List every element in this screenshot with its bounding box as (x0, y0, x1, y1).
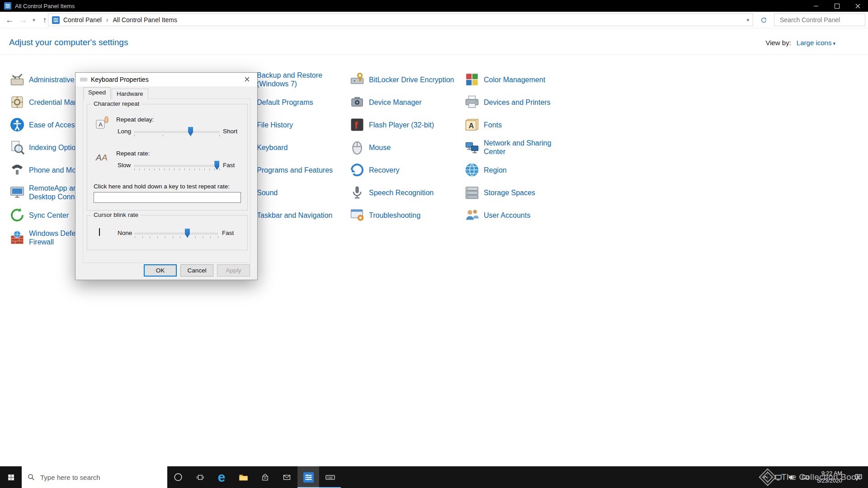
control-panel-item[interactable]: Region (464, 159, 558, 181)
slider-tick (139, 169, 140, 170)
control-panel-column: Color ManagementDevices and PrintersAFon… (464, 68, 558, 226)
cancel-button[interactable]: Cancel (180, 264, 213, 277)
control-panel-item[interactable]: Color Management (464, 68, 558, 91)
recovery-icon (349, 162, 365, 178)
address-bar[interactable]: Control Panel All Control Panel Items (48, 14, 753, 26)
recent-pages-chevron-icon[interactable]: ▾ (30, 13, 38, 27)
indexing-options-icon (9, 139, 25, 155)
show-hidden-icons-button[interactable] (760, 466, 771, 488)
maximize-button[interactable] (826, 0, 847, 12)
device-manager-icon (349, 94, 365, 110)
cursor-blink-min-label: None (118, 230, 132, 236)
close-icon (245, 77, 250, 82)
clock[interactable]: 9:22 AM 5/23/2020 (812, 466, 849, 488)
control-panel-item[interactable]: Device Manager (349, 91, 468, 113)
slider-tick (214, 169, 215, 170)
cortana-button[interactable] (167, 466, 189, 488)
slider-tick (174, 169, 175, 170)
repeat-delay-slider-thumb[interactable] (188, 127, 193, 136)
apply-button[interactable]: Apply (217, 264, 250, 277)
search-input[interactable] (779, 16, 863, 24)
address-dropdown-icon[interactable] (746, 17, 749, 23)
breadcrumb-all-items[interactable]: All Control Panel Items (102, 16, 177, 23)
svg-text:A: A (99, 121, 103, 128)
task-view-icon (195, 473, 205, 482)
control-panel-item[interactable]: Troubleshooting (349, 204, 468, 226)
repeat-rate-min-label: Slow (118, 162, 131, 169)
dialog-close-button[interactable] (237, 73, 257, 86)
repeat-delay-slider[interactable] (134, 127, 219, 137)
control-panel-item-label: Troubleshooting (369, 211, 468, 220)
touch-keyboard-button[interactable] (798, 466, 812, 488)
action-center-button[interactable] (849, 466, 868, 488)
control-panel-item[interactable]: Mouse (349, 136, 468, 159)
svg-text:A: A (469, 122, 474, 130)
keyboard-icon (80, 75, 88, 84)
slider-track[interactable] (134, 131, 219, 133)
slider-track[interactable] (134, 165, 219, 167)
start-button[interactable] (0, 466, 22, 488)
fonts-icon: A (464, 117, 480, 133)
cursor-blink-slider-thumb[interactable] (185, 229, 190, 238)
repeat-test-input[interactable] (94, 192, 241, 203)
slider-tick (134, 135, 135, 136)
control-panel-taskbar-button[interactable] (297, 466, 319, 488)
control-panel-item-label: Keyboard (257, 143, 338, 152)
keyboard-properties-taskbar-button[interactable] (319, 466, 341, 488)
refresh-button[interactable] (758, 14, 769, 25)
repeat-delay-max-label: Short (223, 128, 237, 135)
mail-button[interactable] (276, 466, 297, 488)
repeat-rate-slider-thumb[interactable] (214, 161, 219, 170)
control-panel-item[interactable]: Storage Spaces (464, 181, 558, 204)
color-management-icon (464, 71, 480, 88)
dialog-title: Keyboard Properties (91, 76, 149, 83)
windows-defender-firewall-icon (9, 230, 25, 246)
tab-hardware[interactable]: Hardware (112, 89, 148, 99)
tab-speed[interactable]: Speed (83, 87, 111, 99)
credential-manager-icon (9, 94, 25, 110)
network-status-button[interactable] (771, 466, 785, 488)
slider-tick (169, 169, 170, 170)
minimize-button[interactable] (806, 0, 826, 12)
slider-track[interactable] (135, 233, 218, 235)
system-tray: 9:22 AM 5/23/2020 (760, 466, 868, 488)
breadcrumb-control-panel[interactable]: Control Panel (63, 16, 102, 23)
store-button[interactable] (254, 466, 276, 488)
control-panel-item-label: Speech Recognition (369, 188, 468, 197)
close-button[interactable] (847, 0, 868, 12)
volume-button[interactable] (785, 466, 798, 488)
dialog-buttons: OK Cancel Apply (144, 264, 250, 277)
control-panel-item[interactable]: User Accounts (464, 204, 558, 226)
view-by-dropdown[interactable]: Large icons (797, 39, 835, 47)
control-panel-item[interactable]: Network and Sharing Center (464, 136, 558, 159)
administrative-tools-icon (9, 71, 25, 88)
control-panel-item-label: Mouse (369, 143, 468, 152)
taskbar-search-input[interactable] (39, 473, 159, 482)
slider-tick (219, 169, 220, 170)
svg-text:A: A (95, 153, 102, 162)
control-panel-item[interactable]: Devices and Printers (464, 91, 558, 113)
control-panel-item[interactable]: AFonts (464, 113, 558, 136)
ok-button[interactable]: OK (144, 264, 177, 277)
control-panel-item-label: Storage Spaces (484, 188, 558, 197)
control-panel-item[interactable]: Speech Recognition (349, 181, 468, 204)
close-icon (855, 4, 860, 9)
control-panel-item[interactable]: fFlash Player (32-bit) (349, 113, 468, 136)
store-icon (260, 473, 270, 482)
slider-tick (150, 236, 150, 238)
edge-icon: e (218, 470, 226, 484)
control-panel-item[interactable]: Recovery (349, 159, 468, 181)
control-panel-item-label: Color Management (484, 75, 558, 84)
blinking-cursor-preview (99, 228, 100, 236)
back-button[interactable]: ← (3, 13, 16, 27)
task-view-button[interactable] (189, 466, 211, 488)
chevron-up-icon (763, 474, 768, 480)
remoteapp-connections-icon (9, 184, 25, 201)
file-explorer-button[interactable] (232, 466, 254, 488)
repeat-rate-slider[interactable] (134, 161, 219, 171)
slider-tick (173, 236, 173, 238)
cursor-blink-slider[interactable] (135, 229, 218, 239)
edge-button[interactable]: e (211, 466, 232, 488)
control-panel-item[interactable]: BitLocker Drive Encryption (349, 68, 468, 91)
forward-button[interactable]: → (16, 13, 30, 27)
